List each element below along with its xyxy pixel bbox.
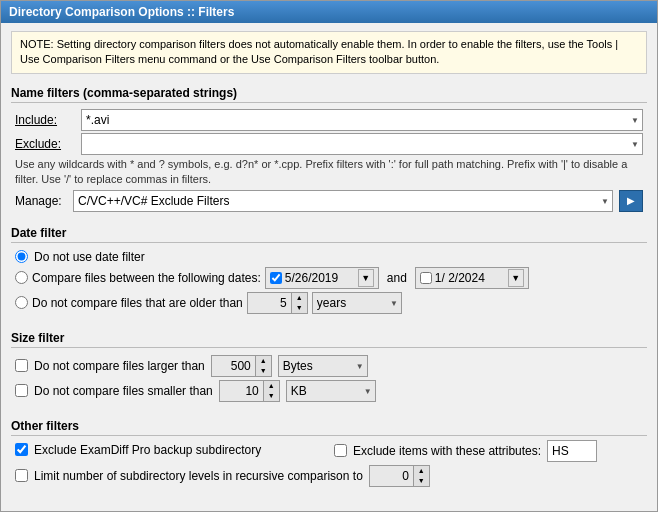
larger-spin-up[interactable]: ▲ — [256, 356, 271, 366]
include-label: Include: — [15, 113, 75, 127]
subdirs-spin-buttons: ▲ ▼ — [414, 465, 430, 487]
smaller-value-input[interactable] — [219, 380, 264, 402]
exclude-combo-wrapper — [81, 133, 643, 155]
main-window: Directory Comparison Options :: Filters … — [0, 0, 658, 512]
date2-calendar-button[interactable]: ▼ — [508, 269, 524, 287]
size-filter-title: Size filter — [11, 331, 647, 345]
smaller-row: Do not compare files smaller than ▲ ▼ By… — [15, 380, 643, 402]
radio-between-label: Compare files between the following date… — [32, 271, 261, 285]
subdirs-value-input[interactable] — [369, 465, 414, 487]
date2-input-wrap: ▼ — [415, 267, 529, 289]
older-spin-buttons: ▲ ▼ — [292, 292, 308, 314]
manage-play-button[interactable]: ▶ — [619, 190, 643, 212]
smaller-checkbox[interactable] — [15, 384, 28, 397]
backup-label: Exclude ExamDiff Pro backup subdirectory — [34, 443, 261, 457]
include-select[interactable]: *.avi — [81, 109, 643, 131]
larger-unit-combo: Bytes KB MB GB — [278, 355, 368, 377]
older-spin-down[interactable]: ▼ — [292, 303, 307, 313]
date1-calendar-button[interactable]: ▼ — [358, 269, 374, 287]
smaller-unit-combo: Bytes KB MB GB — [286, 380, 376, 402]
subdirs-row: Limit number of subdirectory levels in r… — [15, 465, 643, 487]
smaller-spin-buttons: ▲ ▼ — [264, 380, 280, 402]
subdirs-spin-down[interactable]: ▼ — [414, 476, 429, 486]
other-filters-inner: Exclude ExamDiff Pro backup subdirectory… — [11, 438, 647, 492]
window-title: Directory Comparison Options :: Filters — [9, 5, 234, 19]
larger-unit-select[interactable]: Bytes KB MB GB — [278, 355, 368, 377]
older-unit-combo: years months days hours — [312, 292, 402, 314]
radio-no-date-label: Do not use date filter — [34, 250, 145, 264]
size-filter-section: Size filter Do not compare files larger … — [11, 327, 647, 407]
manage-label: Manage: — [15, 194, 67, 208]
divider-4 — [11, 435, 647, 436]
name-filters-title: Name filters (comma-separated strings) — [11, 86, 647, 100]
other-col-left: Exclude ExamDiff Pro backup subdirectory — [15, 440, 324, 462]
smaller-unit-select[interactable]: Bytes KB MB GB — [286, 380, 376, 402]
note-text: NOTE: Setting directory comparison filte… — [20, 38, 618, 65]
attributes-checkbox[interactable] — [334, 444, 347, 457]
subdirs-spin-up[interactable]: ▲ — [414, 466, 429, 476]
date-filter-section: Date filter Do not use date filter Compa… — [11, 222, 647, 319]
other-filters-title: Other filters — [11, 419, 647, 433]
size-filter-inner: Do not compare files larger than ▲ ▼ Byt… — [11, 350, 647, 407]
smaller-label: Do not compare files smaller than — [34, 384, 213, 398]
other-filters-row1: Exclude ExamDiff Pro backup subdirectory… — [15, 440, 643, 462]
name-filters-section: Name filters (comma-separated strings) I… — [11, 82, 647, 214]
smaller-spin-down[interactable]: ▼ — [264, 391, 279, 401]
and-label: and — [387, 271, 407, 285]
date2-input[interactable] — [435, 271, 505, 285]
title-bar: Directory Comparison Options :: Filters — [1, 1, 657, 23]
manage-combo-wrapper: C/VC++/VC# Exclude Filters Custom Filter… — [73, 190, 613, 212]
date1-checkbox[interactable] — [270, 272, 282, 284]
content-area: NOTE: Setting directory comparison filte… — [1, 23, 657, 511]
radio-no-date-row: Do not use date filter — [15, 250, 643, 264]
hint-text: Use any wildcards with * and ? symbols, … — [15, 157, 643, 188]
subdirs-checkbox[interactable] — [15, 469, 28, 482]
larger-spin-wrap: ▲ ▼ — [211, 355, 272, 377]
older-spin-wrap: ▲ ▼ — [247, 292, 308, 314]
smaller-spin-up[interactable]: ▲ — [264, 381, 279, 391]
divider-1 — [11, 102, 647, 103]
larger-label: Do not compare files larger than — [34, 359, 205, 373]
larger-value-input[interactable] — [211, 355, 256, 377]
radio-between-row: Compare files between the following date… — [15, 267, 643, 289]
include-row: Include: *.avi — [15, 109, 643, 131]
date1-input-wrap: ▼ — [265, 267, 379, 289]
radio-older-label: Do not compare files that are older than — [32, 296, 243, 310]
other-col-right: Exclude items with these attributes: — [334, 440, 643, 462]
radio-older[interactable] — [15, 296, 28, 309]
divider-2 — [11, 242, 647, 243]
larger-spin-buttons: ▲ ▼ — [256, 355, 272, 377]
manage-row: Manage: C/VC++/VC# Exclude Filters Custo… — [15, 190, 643, 212]
radio-no-date[interactable] — [15, 250, 28, 263]
attributes-input[interactable] — [547, 440, 597, 462]
backup-checkbox[interactable] — [15, 443, 28, 456]
note-box: NOTE: Setting directory comparison filte… — [11, 31, 647, 74]
larger-spin-down[interactable]: ▼ — [256, 366, 271, 376]
larger-row: Do not compare files larger than ▲ ▼ Byt… — [15, 355, 643, 377]
exclude-row: Exclude: — [15, 133, 643, 155]
subdirs-label: Limit number of subdirectory levels in r… — [34, 469, 363, 483]
date-filter-title: Date filter — [11, 226, 647, 240]
older-spin-up[interactable]: ▲ — [292, 293, 307, 303]
attributes-label: Exclude items with these attributes: — [353, 444, 541, 458]
exclude-select[interactable] — [81, 133, 643, 155]
name-filters-inner: Include: *.avi Exclude: Use an — [11, 105, 647, 214]
subdirs-spin-wrap: ▲ ▼ — [369, 465, 430, 487]
backup-row: Exclude ExamDiff Pro backup subdirectory — [15, 443, 324, 457]
older-unit-select[interactable]: years months days hours — [312, 292, 402, 314]
exclude-label: Exclude: — [15, 137, 75, 151]
divider-3 — [11, 347, 647, 348]
smaller-spin-wrap: ▲ ▼ — [219, 380, 280, 402]
other-filters-section: Other filters Exclude ExamDiff Pro backu… — [11, 415, 647, 492]
include-combo-wrapper: *.avi — [81, 109, 643, 131]
date-filter-inner: Do not use date filter Compare files bet… — [11, 245, 647, 319]
radio-older-row: Do not compare files that are older than… — [15, 292, 643, 314]
date1-input[interactable] — [285, 271, 355, 285]
manage-select[interactable]: C/VC++/VC# Exclude Filters Custom Filter… — [73, 190, 613, 212]
radio-between[interactable] — [15, 271, 28, 284]
larger-checkbox[interactable] — [15, 359, 28, 372]
older-value-input[interactable] — [247, 292, 292, 314]
date2-checkbox[interactable] — [420, 272, 432, 284]
